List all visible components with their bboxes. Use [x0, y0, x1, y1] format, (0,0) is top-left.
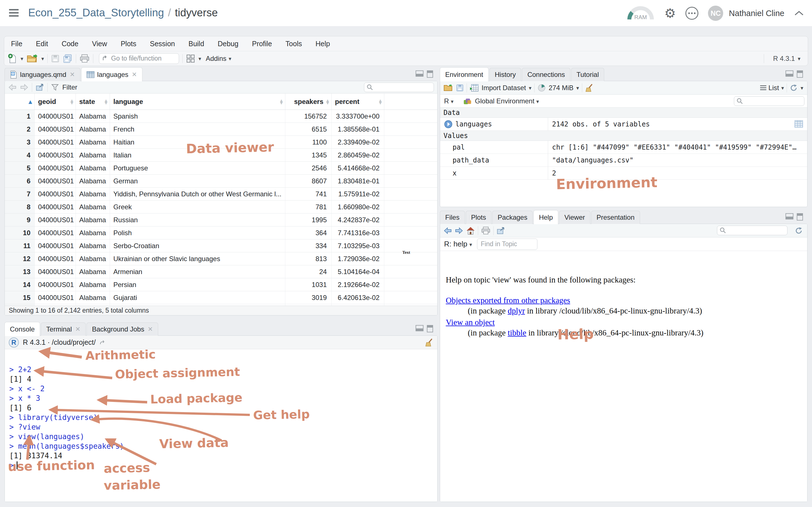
table-row[interactable]: 6 04000US01 Alabama German 8607 1.830481…	[5, 175, 437, 187]
pane-layout-icon[interactable]	[186, 54, 195, 63]
open-folder-icon[interactable]	[27, 54, 38, 63]
refresh-caret[interactable]: ▾	[801, 85, 803, 91]
tab-terminal[interactable]: Terminal✕	[41, 323, 86, 336]
filter-icon[interactable]	[51, 83, 59, 91]
menu-item[interactable]: Profile	[252, 40, 272, 48]
tab-plots[interactable]: Plots	[466, 211, 492, 224]
home-icon[interactable]	[466, 226, 475, 235]
tab-connections[interactable]: Connections	[522, 68, 570, 81]
menu-item[interactable]: View	[92, 40, 107, 48]
forward-icon[interactable]	[20, 83, 29, 91]
expand-object-icon[interactable]	[444, 120, 453, 128]
tab-packages[interactable]: Packages	[492, 211, 532, 224]
environment-entry-languages[interactable]: languages 2142 obs. of 5 variables	[440, 118, 807, 131]
breadcrumb-project[interactable]: Econ_255_Data_Storytelling	[28, 7, 164, 19]
table-row[interactable]: 2 04000US01 Alabama French 6515 1.385568…	[5, 123, 437, 136]
hamburger-menu-icon[interactable]	[9, 9, 18, 17]
package-link[interactable]: tibble	[508, 328, 526, 337]
table-row[interactable]: 8 04000US01 Alabama Greek 781 1.660980e-…	[5, 201, 437, 214]
menu-item[interactable]: Code	[61, 40, 79, 48]
print-icon[interactable]	[80, 54, 90, 63]
column-header-geoid[interactable]: geoid▲▼	[35, 94, 76, 110]
maximize-pane-icon[interactable]	[797, 70, 803, 78]
session-goto-icon[interactable]	[100, 340, 106, 345]
tab-languages-dataviewer[interactable]: languages✕	[81, 67, 142, 81]
print-icon[interactable]	[481, 226, 491, 235]
addins-menu[interactable]: Addins▾	[206, 55, 232, 62]
goto-file-input[interactable]	[111, 55, 173, 62]
avatar[interactable]: NC	[708, 6, 723, 21]
close-icon[interactable]: ✕	[148, 326, 153, 333]
popout-window-icon[interactable]	[497, 227, 505, 235]
tab-files[interactable]: Files	[440, 211, 465, 224]
import-dataset-caret[interactable]: ▾	[529, 85, 531, 91]
help-result-link[interactable]: Objects exported from other packages	[446, 296, 570, 305]
gear-icon[interactable]: ⚙	[664, 7, 676, 20]
tab-environment[interactable]: Environment	[440, 67, 489, 81]
menu-item[interactable]: Session	[150, 40, 175, 48]
environment-scope-selector[interactable]: Global Environment ▾	[475, 97, 539, 105]
column-header-speakers[interactable]: speakers▲▼	[285, 94, 332, 110]
save-icon[interactable]	[51, 54, 59, 63]
environment-search-input[interactable]	[745, 98, 799, 105]
chevron-up-icon[interactable]	[794, 10, 804, 16]
load-workspace-icon[interactable]	[444, 84, 453, 92]
minimize-pane-icon[interactable]	[416, 325, 423, 331]
table-row[interactable]: 9 04000US01 Alabama Russian 1995 4.24283…	[5, 214, 437, 226]
save-workspace-icon[interactable]	[456, 84, 464, 92]
minimize-pane-icon[interactable]	[785, 213, 794, 219]
menu-item[interactable]: Help	[315, 40, 330, 48]
tab-languages-qmd[interactable]: languages.qmd✕	[4, 68, 80, 81]
memory-usage-label[interactable]: 274 MiB	[549, 84, 573, 92]
help-topic-selector[interactable]: R: help ▾	[444, 240, 472, 248]
user-name[interactable]: Nathaniel Cline	[729, 9, 784, 18]
menu-item[interactable]: File	[11, 40, 22, 48]
table-row[interactable]: 11 04000US01 Alabama Serbo-Croatian 334 …	[5, 239, 437, 252]
more-options-icon[interactable]	[686, 7, 698, 20]
help-result-link[interactable]: View an object	[446, 318, 495, 327]
maximize-pane-icon[interactable]	[797, 213, 803, 221]
clear-environment-broom-icon[interactable]	[585, 83, 594, 92]
menu-item[interactable]: Edit	[36, 40, 48, 48]
table-row[interactable]: 5 04000US01 Alabama Portuguese 2546 5.41…	[5, 162, 437, 175]
sort-icons[interactable]: ▲▼	[379, 99, 382, 104]
table-row[interactable]: 7 04000US01 Alabama Yiddish, Pennsylvani…	[5, 187, 437, 201]
console-output[interactable]: > 2+2[1] 4> x <- 2> x * 3[1] 6> library(…	[5, 363, 437, 502]
tab-console[interactable]: Console	[4, 322, 40, 336]
column-header-state[interactable]: state▲▼	[76, 94, 110, 110]
sort-icons[interactable]: ▲▼	[105, 99, 107, 104]
new-file-icon[interactable]	[8, 53, 17, 64]
list-view-toggle[interactable]: List ▾	[760, 84, 784, 92]
sort-icons[interactable]: ▲▼	[70, 99, 73, 104]
import-dataset-icon[interactable]	[470, 84, 479, 92]
tab-help[interactable]: Help	[534, 210, 558, 224]
environment-entry-pal[interactable]: pal chr [1:6] "#447099" "#EE6331" "#4040…	[440, 141, 807, 154]
sort-icons[interactable]: ▲▼	[326, 99, 329, 104]
help-search-input[interactable]	[728, 227, 781, 234]
language-selector[interactable]: R ▾	[444, 97, 454, 105]
tab-tutorial[interactable]: Tutorial	[571, 68, 604, 81]
tab-presentation[interactable]: Presentation	[591, 211, 640, 224]
close-icon[interactable]: ✕	[70, 71, 75, 78]
package-link[interactable]: dplyr	[508, 306, 525, 316]
data-viewer-search-input[interactable]	[375, 83, 428, 91]
environment-entry-path-data[interactable]: path_data "data/languages.csv"	[440, 154, 807, 167]
import-dataset-label[interactable]: Import Dataset	[481, 84, 526, 92]
back-icon[interactable]	[444, 227, 452, 234]
maximize-pane-icon[interactable]	[427, 70, 433, 78]
clear-console-broom-icon[interactable]	[425, 338, 434, 347]
column-header-percent[interactable]: percent▲▼	[332, 94, 384, 110]
table-row[interactable]: 15 04000US01 Alabama Gujarati 3019 6.420…	[5, 291, 437, 304]
menu-item[interactable]: Build	[188, 40, 204, 48]
filter-label[interactable]: Filter	[62, 83, 77, 91]
forward-icon[interactable]	[455, 227, 463, 234]
minimize-pane-icon[interactable]	[416, 70, 423, 76]
view-table-icon[interactable]	[794, 120, 803, 128]
close-icon[interactable]: ✕	[75, 326, 80, 333]
back-icon[interactable]	[8, 83, 17, 91]
new-file-caret[interactable]: ▾	[20, 55, 23, 62]
table-row[interactable]: 10 04000US01 Alabama Polish 364 7.741316…	[5, 226, 437, 239]
menu-item[interactable]: Tools	[286, 40, 302, 48]
popout-window-icon[interactable]	[36, 83, 44, 91]
table-row[interactable]: 14 04000US01 Alabama Persian 1031 2.1926…	[5, 278, 437, 291]
